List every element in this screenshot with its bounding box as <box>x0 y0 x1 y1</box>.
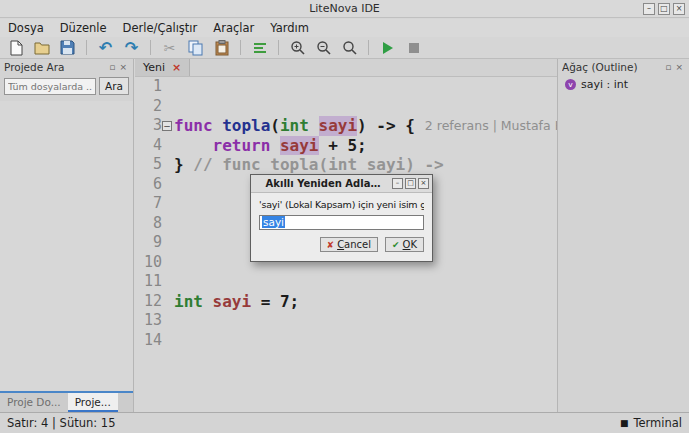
undo-icon[interactable]: ↶ <box>95 38 116 57</box>
code-text: int sayi = 7; <box>174 292 299 312</box>
outline-panel: Ağaç (Outline) ▫ × v sayi : int <box>557 59 689 412</box>
search-panel-header: Projede Ara ▫ × <box>0 59 133 75</box>
toolbar-separator <box>240 40 241 55</box>
fold-marker-icon[interactable]: − <box>162 121 172 131</box>
line-number: 6 <box>135 175 162 195</box>
terminal-toggle[interactable]: ■ Terminal <box>620 416 682 430</box>
menu-araclar[interactable]: Araçlar <box>205 19 262 37</box>
code-line: 2 <box>135 97 557 117</box>
zoom-reset-icon[interactable] <box>339 38 360 57</box>
statusbar: Satır: 4 | Sütun: 15 ■ Terminal <box>0 412 689 433</box>
code-line: 11 <box>135 272 557 292</box>
code-line: 12 int sayi = 7; <box>135 292 557 312</box>
new-file-icon[interactable] <box>5 38 26 57</box>
editor-tab-label: Yeni <box>143 61 165 74</box>
code-line: 13 <box>135 311 557 331</box>
outline-panel-title: Ağaç (Outline) <box>562 61 663 73</box>
outline-item-sayi[interactable]: v sayi : int <box>558 75 689 94</box>
ok-check-icon: ✔ <box>392 240 400 250</box>
run-icon[interactable] <box>377 38 398 57</box>
code-line: 5 } // func topla(int sayi) -> <box>135 155 557 175</box>
cancel-label: Cancel <box>337 239 371 250</box>
close-icon[interactable]: × <box>673 3 685 15</box>
dialog-close-icon[interactable]: × <box>418 178 429 189</box>
zoom-out-icon[interactable] <box>313 38 334 57</box>
panel-close-icon[interactable]: × <box>673 61 685 73</box>
panel-close-icon[interactable]: × <box>117 61 129 73</box>
search-row: Ara <box>0 75 133 97</box>
paste-icon[interactable] <box>211 38 232 57</box>
dialog-titlebar[interactable]: Akıllı Yeniden Adla… – □ × <box>251 175 432 193</box>
cancel-x-icon: ✘ <box>327 240 335 250</box>
toolbar-separator <box>278 40 279 55</box>
code-text: func topla(int sayi) -> {2 referans | Mu… <box>174 116 557 136</box>
cancel-button[interactable]: ✘ Cancel <box>320 237 378 252</box>
rename-input[interactable]: sayi <box>259 215 424 230</box>
redo-icon[interactable]: ↷ <box>121 38 142 57</box>
tab-projede-ara[interactable]: Proje... <box>68 393 118 412</box>
window-title: LiteNova IDE <box>0 0 689 17</box>
tab-proje-dosyalari[interactable]: Proje Do... <box>0 393 68 412</box>
tab-close-icon[interactable]: × <box>172 62 181 73</box>
toolbar-separator <box>150 40 151 55</box>
menu-derle-calistir[interactable]: Derle/Çalıştır <box>115 19 206 37</box>
dialog-minimize-icon[interactable]: – <box>392 178 403 189</box>
line-number: 5 <box>135 155 162 175</box>
code-text: } // func topla(int sayi) -> <box>174 155 444 175</box>
save-icon[interactable] <box>57 38 78 57</box>
window-controls: – □ × <box>643 3 685 15</box>
cut-icon[interactable]: ✂ <box>159 38 180 57</box>
format-code-icon[interactable] <box>249 38 270 57</box>
search-panel-title: Projede Ara <box>4 61 107 73</box>
line-number: 1 <box>135 77 162 97</box>
line-number: 8 <box>135 214 162 234</box>
panel-detach-icon[interactable]: ▫ <box>107 61 117 73</box>
minimize-icon[interactable]: – <box>643 3 655 15</box>
line-number: 11 <box>135 272 162 292</box>
titlebar: LiteNova IDE – □ × <box>0 0 689 18</box>
maximize-icon[interactable]: □ <box>658 3 670 15</box>
menu-dosya[interactable]: Dosya <box>0 19 52 37</box>
code-line: 3 func topla(int sayi) -> {2 referans | … <box>135 116 557 136</box>
toolbar-separator <box>86 40 87 55</box>
zoom-in-icon[interactable] <box>287 38 308 57</box>
rename-dialog: Akıllı Yeniden Adla… – □ × 'sayi' (Lokal… <box>250 174 433 262</box>
toolbar: ↶ ↷ ✂ <box>0 37 689 59</box>
outline-item-label: sayi : int <box>581 78 628 91</box>
ok-button[interactable]: ✔ OK <box>385 237 424 252</box>
editor-tab-yeni[interactable]: Yeni × <box>135 59 190 76</box>
line-number: 9 <box>135 233 162 253</box>
code-line: 14 <box>135 331 557 351</box>
search-results-area <box>0 101 133 391</box>
dialog-body: 'sayi' (Lokal Kapsam) için yeni isim gir… <box>251 193 432 252</box>
reference-annotation: 2 referans | Mustafa H <box>425 116 557 136</box>
dialog-message: 'sayi' (Lokal Kapsam) için yeni isim gir… <box>259 199 424 210</box>
ok-label: OK <box>403 239 417 250</box>
open-file-icon[interactable] <box>31 38 52 57</box>
menubar: Dosya Düzenle Derle/Çalıştır Araçlar Yar… <box>0 19 689 37</box>
terminal-icon: ■ <box>620 418 629 428</box>
dialog-actions: ✘ Cancel ✔ OK <box>259 237 424 252</box>
copy-icon[interactable] <box>185 38 206 57</box>
dialog-title: Akıllı Yeniden Adla… <box>254 178 392 189</box>
dialog-window-controls: – □ × <box>392 178 429 189</box>
line-number: 10 <box>135 253 162 273</box>
menu-duzenle[interactable]: Düzenle <box>52 19 115 37</box>
stop-icon[interactable] <box>403 38 424 57</box>
line-number: 3 <box>135 116 162 136</box>
panel-detach-icon[interactable]: ▫ <box>663 61 673 73</box>
line-number: 13 <box>135 311 162 331</box>
cursor-position: Satır: 4 | Sütun: 15 <box>7 416 115 430</box>
search-input[interactable] <box>4 78 96 95</box>
toolbar-separator <box>368 40 369 55</box>
left-panel-tabs: Proje Do... Proje... <box>0 391 133 412</box>
search-button[interactable]: Ara <box>99 77 129 95</box>
line-number: 7 <box>135 194 162 214</box>
outline-panel-header: Ağaç (Outline) ▫ × <box>558 59 689 75</box>
menu-yardim[interactable]: Yardım <box>262 19 317 37</box>
selected-text: sayi <box>262 216 285 228</box>
terminal-label: Terminal <box>633 416 682 430</box>
editor-tabbar: Yeni × <box>135 59 557 77</box>
dialog-maximize-icon[interactable]: □ <box>405 178 416 189</box>
line-number: 12 <box>135 292 162 312</box>
